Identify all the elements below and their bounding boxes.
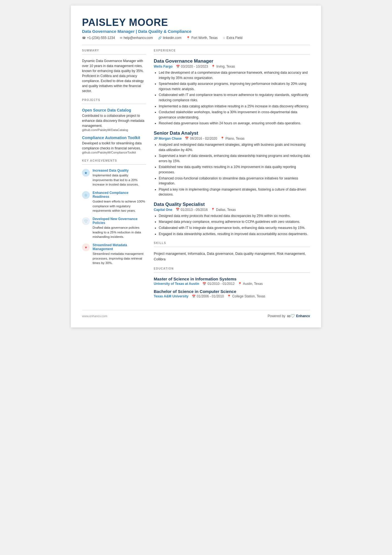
bullet: Supervised a team of data stewards, enha… [159, 153, 310, 164]
project-1-desc: Contributed to a collaborative project t… [82, 113, 146, 128]
edu-1-dates: 📅 01/2010 - 01/2012 [202, 282, 234, 286]
skills-section: SKILLS Project management, Informatica, … [154, 241, 310, 262]
achievement-1-icon: ★ [82, 169, 90, 177]
achievement-2: ☆ Enhanced Compliance Readiness Guided t… [82, 191, 146, 213]
right-column: EXPERIENCE Data Governance Manager Wells… [154, 49, 310, 303]
job-1-bullets: Led the development of a comprehensive d… [154, 70, 310, 126]
bullet: Managed data privacy compliance, ensurin… [159, 219, 310, 225]
footer-brand: Powered by ∞♡ Enhancv [268, 313, 310, 319]
achievements-divider [82, 164, 146, 165]
education-section: EDUCATION Master of Science in Informati… [154, 267, 310, 298]
extra-icon: ☆ [223, 36, 225, 40]
edu-1-meta: University of Texas at Austin 📅 01/2010 … [154, 282, 310, 286]
enhancv-logo: ∞♡ Enhancv [287, 313, 310, 319]
calendar-icon-2: 📅 [185, 137, 189, 140]
bullet: Conducted stakeholder workshops, leading… [159, 110, 310, 120]
experience-label: EXPERIENCE [154, 49, 310, 52]
location-icon-1: 📍 [211, 65, 215, 68]
footer-website: www.enhancv.com [82, 314, 107, 318]
job-2-bullets: Analyzed and redesigned data management … [154, 142, 310, 197]
education-label: EDUCATION [154, 267, 310, 270]
edu-1-location: 📍 Austin, Texas [238, 282, 263, 286]
linkedin-icon: 🔗 [158, 36, 162, 40]
location-text: Fort Worth, Texas [191, 36, 217, 40]
job-3-title: Data Quality Specialist [154, 202, 310, 207]
job-2-company: JP Morgan Chase [154, 137, 182, 140]
header-divider [82, 45, 310, 45]
bullet: Enhanced cross-functional collaboration … [159, 176, 310, 186]
bullet: Collaborated with IT to integrate data g… [159, 225, 310, 231]
edu-1-school: University of Texas at Austin [154, 282, 199, 286]
calendar-edu-1: 📅 [202, 282, 206, 286]
job-1-dates: 📅 03/2020 - 10/2023 [176, 65, 208, 68]
linkedin-text: linkedin.com [163, 36, 182, 40]
bullet: Implemented a data catalog adoption init… [159, 104, 310, 109]
job-3-dates: 📅 01/2013 - 05/2016 [176, 208, 208, 212]
bullet: Collaborated with IT and compliance team… [159, 92, 310, 103]
phone-item: ☎ +1-(234)-555-1234 [82, 36, 115, 40]
email-item: ✉ help@enhancv.com [120, 36, 153, 40]
bullet: Analyzed and redesigned data management … [159, 142, 310, 152]
bullet: Resolved data governance issues within 2… [159, 121, 310, 126]
candidate-title: Data Governance Manager | Data Quality &… [82, 29, 310, 34]
edu-2-location: 📍 College Station, Texas [227, 294, 265, 298]
enhancv-brand-name: Enhancv [296, 314, 310, 318]
summary-section: SUMMARY Dynamic Data Governance Manager … [82, 49, 146, 93]
email-icon: ✉ [120, 36, 122, 40]
skills-text: Project management, Informatica, Data go… [154, 251, 310, 262]
powered-by-text: Powered by [268, 314, 285, 318]
bullet: Led the development of a comprehensive d… [159, 70, 310, 80]
extra-text: Extra Field [227, 36, 242, 40]
achievement-4-icon: ♥ [82, 243, 90, 251]
summary-label: SUMMARY [82, 49, 146, 52]
project-2: Compliance Automation Toolkit Developed … [82, 135, 146, 154]
edu-2-degree: Bachelor of Science in Computer Science [154, 289, 310, 294]
email-text: help@enhancv.com [123, 36, 153, 40]
job-1-location: 📍 Irving, Texas [211, 65, 235, 68]
achievement-2-desc: Guided team efforts to achieve 100% comp… [93, 199, 146, 213]
achievement-3-title: Developed New Governance Policies [93, 217, 146, 225]
bullet: Established new data quality metrics res… [159, 164, 310, 175]
education-divider [154, 272, 310, 273]
bullet: Designed data entry protocols that reduc… [159, 213, 310, 219]
extra-item: ☆ Extra Field [223, 36, 242, 40]
header: PAISLEY MOORE Data Governance Manager | … [82, 17, 310, 40]
project-1-link: github.com/PaisleyM/DataCatalog [82, 128, 146, 132]
edu-2: Bachelor of Science in Computer Science … [154, 289, 310, 298]
job-1-company: Wells Fargo [154, 65, 173, 68]
location-icon: 📍 [186, 36, 190, 40]
achievement-3-icon: ♡ [82, 217, 90, 225]
achievements-section: KEY ACHIEVEMENTS ★ Increased Data Qualit… [82, 159, 146, 265]
project-1: Open Source Data Catalog Contributed to … [82, 108, 146, 132]
achievement-1: ★ Increased Data Quality Implemented dat… [82, 169, 146, 187]
calendar-icon-3: 📅 [176, 208, 180, 211]
job-3: Data Quality Specialist Capital One 📅 01… [154, 202, 310, 236]
projects-divider [82, 104, 146, 104]
main-content: SUMMARY Dynamic Data Governance Manager … [82, 49, 310, 303]
project-2-title: Compliance Automation Toolkit [82, 135, 146, 140]
edu-1: Master of Science in Information Systems… [154, 277, 310, 286]
job-3-bullets: Designed data entry protocols that reduc… [154, 213, 310, 236]
projects-label: PROJECTS [82, 98, 146, 102]
phone-icon: ☎ [82, 36, 86, 40]
job-3-meta: Capital One 📅 01/2013 - 05/2016 📍 Dallas… [154, 208, 310, 212]
project-2-link: github.com/PaisleyM/ComplianceToolkit [82, 151, 146, 154]
achievement-1-title: Increased Data Quality [93, 169, 146, 172]
achievement-4-desc: Streamlined metadata management processe… [93, 251, 146, 265]
left-column: SUMMARY Dynamic Data Governance Manager … [82, 49, 146, 303]
project-2-desc: Developed a toolkit for streamlining dat… [82, 141, 146, 151]
projects-section: PROJECTS Open Source Data Catalog Contri… [82, 98, 146, 154]
job-1-title: Data Governance Manager [154, 58, 310, 64]
bullet: Spearheaded data quality assurance progr… [159, 81, 310, 92]
achievements-label: KEY ACHIEVEMENTS [82, 159, 146, 162]
experience-section: EXPERIENCE Data Governance Manager Wells… [154, 49, 310, 236]
resume-page: PAISLEY MOORE Data Governance Manager | … [71, 6, 321, 327]
job-3-location: 📍 Dallas, Texas [211, 208, 236, 212]
candidate-name: PAISLEY MOORE [82, 17, 310, 28]
linkedin-item: 🔗 linkedin.com [158, 36, 182, 40]
achievement-2-title: Enhanced Compliance Readiness [93, 191, 146, 199]
enhancv-logo-icon: ∞♡ [287, 313, 295, 319]
location-icon-3: 📍 [211, 208, 215, 211]
job-2-dates: 📅 06/2016 - 02/2020 [185, 137, 217, 140]
page-footer: www.enhancv.com Powered by ∞♡ Enhancv [82, 310, 310, 319]
